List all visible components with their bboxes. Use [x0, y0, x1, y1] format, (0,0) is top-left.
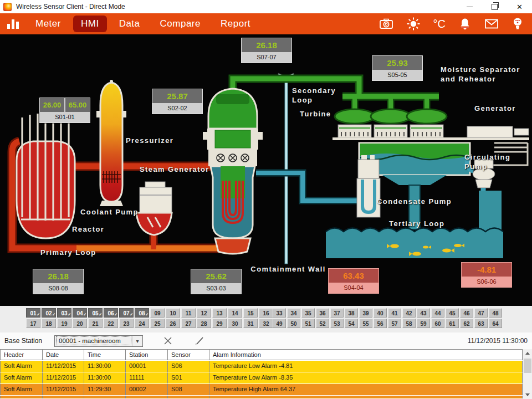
sensor-grid-cell-57[interactable]: 57: [388, 319, 401, 328]
sensor-box-s02: 25.87 S02-02: [152, 89, 203, 114]
sensor-grid-cell-49[interactable]: 49: [273, 319, 286, 328]
cell-time: 11:30:00: [84, 372, 126, 383]
sensor-grid-cell-39[interactable]: 39: [359, 308, 372, 318]
sensor-grid-cell-38[interactable]: 38: [345, 308, 358, 318]
table-scrollbar[interactable]: [523, 349, 532, 399]
camera-icon[interactable]: [379, 17, 393, 31]
sensor-grid-cell-35[interactable]: 35: [301, 308, 315, 318]
sensor-grid-cell-42[interactable]: 42: [402, 308, 416, 318]
sensor-grid-cell-37[interactable]: 37: [330, 308, 344, 318]
scroll-down-icon[interactable]: [523, 391, 532, 399]
sensor-grid-cell-41[interactable]: 41: [388, 308, 401, 318]
label-coolant-pump: Coolant Pump: [80, 208, 139, 217]
sensor-grid-cell-07[interactable]: 07✓: [119, 308, 134, 318]
sensor-grid-cell-32[interactable]: 32: [259, 319, 273, 328]
sensor-grid-cell-09[interactable]: 09: [150, 308, 165, 318]
sensor-grid-cell-06[interactable]: 06✓: [104, 308, 118, 318]
sensor-grid-cell-08[interactable]: 08✓: [135, 308, 149, 318]
base-station-dropdown[interactable]: 00001 - machineroom ▾: [54, 335, 143, 347]
sensor-grid-cell-63[interactable]: 63: [474, 319, 488, 328]
sensor-grid-cell-13[interactable]: 13: [212, 308, 227, 318]
alarm-table-header: Header Date Time Station Sensor Alarm In…: [0, 349, 532, 360]
tab-compare[interactable]: Compare: [152, 16, 208, 32]
alarm-row[interactable]: Soft Alarm 11/12/2015 11:30:00 00001 S06…: [0, 361, 532, 372]
sensor-grid-cell-64[interactable]: 64: [489, 319, 502, 328]
col-time: Time: [84, 350, 126, 360]
sensor-grid-cell-02[interactable]: 02✓: [42, 308, 56, 318]
sensor-grid-cell-03[interactable]: 03✓: [57, 308, 71, 318]
sensor-grid-cell-14[interactable]: 14: [228, 308, 242, 318]
main-nav: Meter HMI Data Compare Report °C: [0, 13, 532, 34]
close-button[interactable]: ✕: [507, 0, 532, 13]
scroll-up-icon[interactable]: [523, 349, 532, 357]
combo-chevron-icon[interactable]: ▾: [132, 336, 142, 346]
sensor-grid-cell-47[interactable]: 47: [474, 308, 488, 318]
sensor-grid-cell-21[interactable]: 21: [88, 319, 103, 328]
sensor-id: S02-02: [152, 103, 202, 114]
tab-report[interactable]: Report: [213, 16, 258, 32]
minimize-button[interactable]: [457, 0, 482, 13]
sensor-grid-cell-15[interactable]: 15: [243, 308, 258, 318]
sensor-grid-cell-05[interactable]: 05✓: [88, 308, 103, 318]
bar-chart-icon[interactable]: [7, 19, 19, 29]
sensor-grid-cell-44[interactable]: 44: [431, 308, 444, 318]
edit-button[interactable]: [193, 335, 205, 347]
sensor-grid-cell-62[interactable]: 62: [460, 319, 473, 328]
sensor-grid-cell-58[interactable]: 58: [402, 319, 416, 328]
sensor-grid-cell-40[interactable]: 40: [374, 308, 387, 318]
sensor-grid-cell-48[interactable]: 48: [489, 308, 502, 318]
sensor-grid-cell-24[interactable]: 24: [135, 319, 149, 328]
sensor-grid-cell-56[interactable]: 56: [374, 319, 387, 328]
tab-hmi[interactable]: HMI: [73, 16, 107, 32]
sensor-grid-cell-51[interactable]: 51: [301, 319, 315, 328]
sensor-grid-cell-50[interactable]: 50: [287, 319, 300, 328]
sensor-grid-cell-61[interactable]: 61: [446, 319, 459, 328]
sensor-grid-cell-19[interactable]: 19: [57, 319, 71, 328]
sensor-grid-cell-23[interactable]: 23: [119, 319, 134, 328]
clear-button[interactable]: [162, 335, 174, 347]
sensor-grid-cell-16[interactable]: 16: [259, 308, 273, 318]
sensor-grid-cell-20[interactable]: 20: [73, 319, 87, 328]
sensor-grid-cell-10[interactable]: 10: [166, 308, 180, 318]
sensor-grid-cell-45[interactable]: 45: [446, 308, 459, 318]
alarm-row[interactable]: Soft Alarm 11/12/2015 11:30:00 11111 S01…: [0, 372, 532, 383]
sensor-grid-cell-36[interactable]: 36: [316, 308, 329, 318]
mail-icon[interactable]: [484, 17, 499, 31]
col-station: Station: [126, 350, 168, 360]
sensor-grid-cell-25[interactable]: 25: [150, 319, 165, 328]
alarm-row-partial[interactable]: [0, 396, 532, 398]
sensor-grid-cell-18[interactable]: 18: [42, 319, 56, 328]
sensor-grid-cell-17[interactable]: 17: [26, 319, 40, 328]
sensor-grid-cell-43[interactable]: 43: [417, 308, 430, 318]
sensor-grid-cell-52[interactable]: 52: [316, 319, 329, 328]
scroll-thumb[interactable]: [524, 359, 531, 373]
alarm-row[interactable]: Soft Alarm 11/12/2015 11:29:30 00002 S08…: [0, 384, 532, 395]
cell-station: 00002: [126, 384, 168, 395]
tab-data[interactable]: Data: [111, 16, 148, 32]
alarm-bell-icon[interactable]: [458, 17, 472, 31]
bulb-icon[interactable]: [511, 17, 524, 31]
sensor-grid-cell-12[interactable]: 12: [197, 308, 211, 318]
sensor-grid-cell-59[interactable]: 59: [417, 319, 430, 328]
tab-meter[interactable]: Meter: [28, 16, 69, 32]
sensor-grid-cell-30[interactable]: 30: [228, 319, 242, 328]
sensor-grid-cell-11[interactable]: 11: [181, 308, 196, 318]
sensor-grid-cell-33[interactable]: 33: [273, 308, 286, 318]
restore-button[interactable]: [482, 0, 507, 13]
sensor-grid-cell-26[interactable]: 26: [166, 319, 180, 328]
celsius-icon[interactable]: °C: [433, 17, 446, 31]
sensor-grid-cell-46[interactable]: 46: [460, 308, 473, 318]
sensor-grid-cell-31[interactable]: 31: [243, 319, 258, 328]
sensor-grid-cell-60[interactable]: 60: [431, 319, 444, 328]
sensor-grid-cell-01[interactable]: 01✓: [26, 308, 40, 318]
sensor-grid-cell-34[interactable]: 34: [287, 308, 300, 318]
sensor-grid-cell-27[interactable]: 27: [181, 319, 196, 328]
sensor-grid-cell-53[interactable]: 53: [330, 319, 344, 328]
sensor-grid-cell-04[interactable]: 04✓: [73, 308, 87, 318]
brightness-icon[interactable]: [406, 17, 421, 31]
sensor-grid-cell-55[interactable]: 55: [359, 319, 372, 328]
sensor-grid-cell-28[interactable]: 28: [197, 319, 211, 328]
sensor-grid-cell-29[interactable]: 29: [212, 319, 227, 328]
sensor-grid-cell-22[interactable]: 22: [104, 319, 118, 328]
sensor-grid-cell-54[interactable]: 54: [345, 319, 358, 328]
